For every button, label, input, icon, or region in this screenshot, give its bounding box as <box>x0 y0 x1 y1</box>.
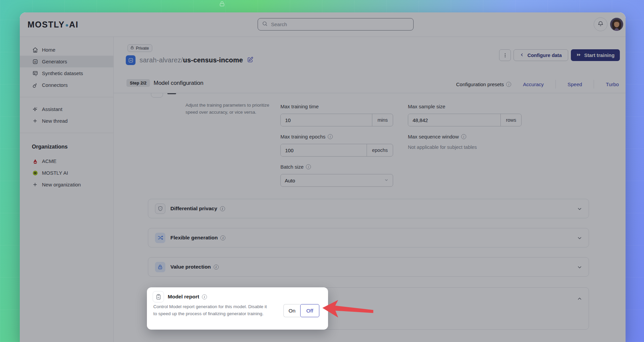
model-report-description: Control Model report generation for this… <box>153 303 267 318</box>
model-report-title-group: Model report i <box>168 294 207 300</box>
model-report-title: Model report <box>168 294 199 300</box>
toggle-on-button[interactable]: On <box>283 304 300 317</box>
background-lock-icon <box>219 1 225 9</box>
app-window: MOSTLY AI <box>20 12 626 342</box>
model-report-header: Model report i <box>153 291 207 302</box>
info-icon[interactable]: i <box>202 294 207 299</box>
model-report-spotlight-card: Model report i Control Model report gene… <box>147 287 328 330</box>
report-clipboard-icon <box>153 291 164 302</box>
model-report-toggle: On Off <box>283 304 319 317</box>
toggle-off-button[interactable]: Off <box>300 304 319 317</box>
tutorial-arrow-pointer <box>320 299 377 323</box>
